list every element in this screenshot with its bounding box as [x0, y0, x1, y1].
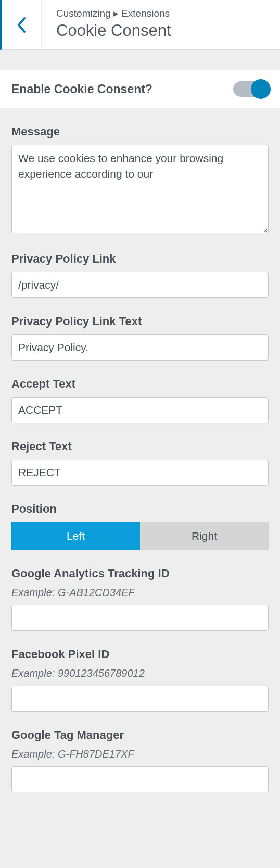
customizer-header: Customizing ▸ Extensions Cookie Consent — [0, 0, 280, 50]
reject-text-input[interactable] — [11, 460, 269, 486]
fb-pixel-example: Example: 990123456789012 — [11, 667, 269, 679]
position-left-button[interactable]: Left — [11, 522, 140, 550]
privacy-link-text-label: Privacy Policy Link Text — [11, 315, 269, 328]
gtm-example: Example: G-FH87DE17XF — [11, 748, 269, 760]
fb-pixel-label: Facebook Pixel ID — [11, 648, 269, 661]
privacy-link-label: Privacy Policy Link — [11, 252, 269, 266]
breadcrumb: Customizing ▸ Extensions — [56, 7, 171, 19]
back-button[interactable] — [2, 0, 42, 49]
form-section: Message Privacy Policy Link Privacy Poli… — [0, 125, 280, 817]
message-textarea[interactable] — [11, 145, 269, 233]
gtm-label: Google Tag Manager — [11, 728, 269, 742]
message-label: Message — [11, 125, 269, 139]
chevron-left-icon — [16, 16, 28, 34]
privacy-link-text-input[interactable] — [11, 334, 269, 361]
breadcrumb-separator: ▸ — [113, 8, 121, 19]
privacy-link-input[interactable] — [11, 272, 269, 298]
toggle-knob — [251, 79, 271, 99]
position-label: Position — [11, 502, 269, 516]
gtm-input[interactable] — [11, 766, 269, 792]
ga-id-example: Example: G-AB12CD34EF — [11, 587, 269, 599]
ga-id-input[interactable] — [11, 605, 269, 631]
bottom-spacer — [11, 792, 269, 817]
reject-text-label: Reject Text — [11, 440, 269, 453]
position-segmented: Left Right — [11, 522, 269, 550]
page-title: Cookie Consent — [56, 21, 171, 40]
enable-row: Enable Cookie Consent? — [0, 70, 280, 108]
ga-id-label: Google Analytics Tracking ID — [11, 567, 269, 580]
accept-text-label: Accept Text — [11, 377, 269, 391]
header-text: Customizing ▸ Extensions Cookie Consent — [42, 0, 181, 49]
breadcrumb-section: Extensions — [121, 8, 170, 19]
breadcrumb-prefix: Customizing — [56, 8, 111, 19]
enable-label: Enable Cookie Consent? — [11, 82, 152, 96]
accept-text-input[interactable] — [11, 397, 269, 423]
enable-toggle[interactable] — [233, 81, 269, 97]
fb-pixel-input[interactable] — [11, 686, 269, 712]
position-right-button[interactable]: Right — [140, 522, 269, 550]
